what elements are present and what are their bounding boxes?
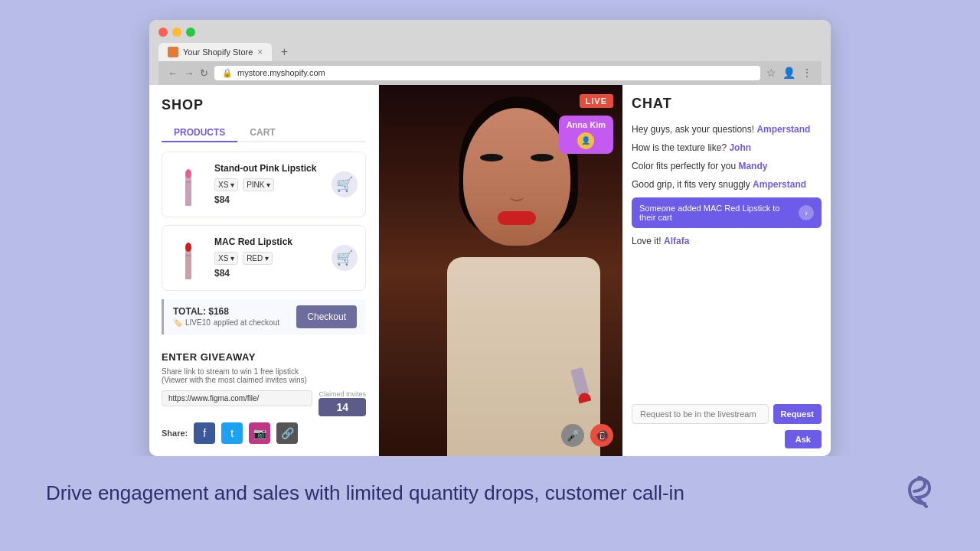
host-name: Anna Kim <box>567 120 606 129</box>
link-icon[interactable]: 🔗 <box>276 422 298 444</box>
svg-rect-7 <box>186 255 191 256</box>
giveaway-desc-text: Share link to stream to win 1 free lipst… <box>162 367 299 376</box>
promo-text: applied at checkout <box>214 318 279 327</box>
giveaway-title: ENTER GIVEAWAY <box>162 351 366 363</box>
url-text: mystore.myshopify.com <box>237 68 325 77</box>
tab-title: Your Shopify Store <box>183 47 253 57</box>
mic-button[interactable]: 🎤 <box>561 424 584 447</box>
bookmark-icon[interactable]: ☆ <box>766 67 776 79</box>
cart-notification: Someone added MAC Red Lipstick to their … <box>632 197 822 228</box>
menu-icon[interactable]: ⋮ <box>802 67 812 79</box>
maximize-button[interactable] <box>186 28 195 37</box>
msg-text-4: Good grip, it fits very snuggly <box>632 179 753 190</box>
checkout-button[interactable]: Checkout <box>296 305 357 328</box>
traffic-lights <box>158 28 822 37</box>
product-image-1 <box>170 160 207 209</box>
size-select-2[interactable]: XS ▾ <box>214 252 238 265</box>
browser-chrome: Your Shopify Store × + ← → ↻ 🔒 mystore.m… <box>149 20 831 85</box>
new-tab-button[interactable]: + <box>275 43 293 61</box>
product-card-2: MAC Red Lipstick XS ▾ RED ▾ $84 🛒 <box>162 225 366 291</box>
total-left: TOTAL: $168 🏷️ LIVE10 applied at checkou… <box>173 306 279 327</box>
chat-message-3: Color fits perfectly for you Mandy <box>632 161 822 171</box>
shop-title: SHOP <box>162 97 366 113</box>
chat-message-4: Good grip, it fits very snuggly Ampersta… <box>632 179 822 190</box>
msg-text-5: Love it! <box>632 236 664 246</box>
address-bar: ← → ↻ 🔒 mystore.myshopify.com ☆ 👤 ⋮ <box>158 61 822 85</box>
tab-favicon <box>168 47 178 57</box>
ask-button[interactable]: Ask <box>785 430 822 448</box>
cart-notif-arrow: › <box>799 205 814 220</box>
back-button[interactable]: ← <box>168 67 178 79</box>
svg-rect-3 <box>186 181 191 183</box>
product-options-1: XS ▾ PINK ▾ <box>214 178 324 191</box>
share-label: Share: <box>162 429 188 438</box>
video-controls: 🎤 📵 <box>561 424 613 447</box>
giveaway-subdesc: (Viewer with the most claimed invites wi… <box>162 376 307 384</box>
lock-icon: 🔒 <box>222 68 233 78</box>
size-select-1[interactable]: XS ▾ <box>214 178 238 191</box>
profile-icon[interactable]: 👤 <box>782 67 795 79</box>
twitter-icon[interactable]: t <box>221 422 243 444</box>
product-card-1: Stand-out Pink Lipstick XS ▾ PINK ▾ $84 … <box>162 152 366 217</box>
video-panel: LIVE Anna Kim 👤 🎤 📵 <box>379 85 622 456</box>
tab-cart[interactable]: CART <box>237 124 287 142</box>
tab-products[interactable]: PRODUCTS <box>162 124 237 142</box>
promo-code: LIVE10 <box>185 318 211 327</box>
giveaway-link-row: Claimed Invites 14 <box>162 390 366 416</box>
shop-panel: SHOP PRODUCTS CART Stand-out Pink Lipsti… <box>149 85 379 456</box>
video-background: LIVE Anna Kim 👤 🎤 📵 <box>379 85 622 456</box>
color-select-1[interactable]: PINK ▾ <box>243 178 274 191</box>
active-tab[interactable]: Your Shopify Store × <box>158 43 272 61</box>
total-amount: $168 <box>208 306 229 317</box>
browser-window: Your Shopify Store × + ← → ↻ 🔒 mystore.m… <box>149 20 831 456</box>
browser-actions: ☆ 👤 ⋮ <box>766 67 812 79</box>
promo-line: 🏷️ LIVE10 applied at checkout <box>173 318 279 327</box>
facebook-icon[interactable]: f <box>194 422 215 444</box>
total-label: TOTAL: <box>173 306 206 317</box>
product-name-1: Stand-out Pink Lipstick <box>214 163 324 174</box>
msg-text-2: How is the texture like? <box>632 142 729 153</box>
giveaway-section: ENTER GIVEAWAY Share link to stream to w… <box>162 351 366 444</box>
color-select-2[interactable]: RED ▾ <box>243 252 273 265</box>
forward-button[interactable]: → <box>184 67 194 79</box>
product-price-1: $84 <box>214 194 324 205</box>
refresh-button[interactable]: ↻ <box>200 67 208 79</box>
minimize-button[interactable] <box>172 28 181 37</box>
msg-user-1: Amperstand <box>756 124 810 135</box>
bottom-bar: Drive engagement and sales with limited … <box>0 456 980 532</box>
close-button[interactable] <box>158 28 168 37</box>
bottom-tagline: Drive engagement and sales with limited … <box>46 481 684 507</box>
cart-notif-text: Someone added MAC Red Lipstick to their … <box>639 204 794 222</box>
request-input[interactable] <box>632 404 769 424</box>
product-name-2: MAC Red Lipstick <box>214 236 324 247</box>
browser-content: SHOP PRODUCTS CART Stand-out Pink Lipsti… <box>149 85 831 456</box>
product-price-2: $84 <box>214 268 324 279</box>
product-options-2: XS ▾ RED ▾ <box>214 252 324 265</box>
giveaway-link-col <box>162 390 312 406</box>
chat-panel: CHAT Hey guys, ask your questions! Amper… <box>622 85 831 456</box>
product-info-2: MAC Red Lipstick XS ▾ RED ▾ $84 <box>214 236 324 279</box>
chat-input-area: Request Ask <box>632 404 822 448</box>
msg-user-4: Amperstand <box>753 179 806 190</box>
url-input[interactable]: 🔒 mystore.myshopify.com <box>214 66 760 80</box>
invites-count: 14 <box>318 398 366 416</box>
chat-message-5: Love it! Alfafa <box>632 236 822 246</box>
bottom-logo <box>903 471 934 517</box>
giveaway-link-input[interactable] <box>162 390 312 406</box>
request-button[interactable]: Request <box>773 404 822 424</box>
msg-user-5: Alfafa <box>664 236 689 246</box>
promo-icon: 🏷️ <box>173 318 182 327</box>
msg-text-3: Color fits perfectly for you <box>632 161 738 171</box>
end-call-button[interactable]: 📵 <box>590 424 613 447</box>
invites-label: Claimed Invites <box>318 390 366 398</box>
giveaway-invites-col: Claimed Invites 14 <box>318 390 366 416</box>
live-badge: LIVE <box>580 94 613 108</box>
browser-tabs: Your Shopify Store × + <box>158 43 822 61</box>
tab-close-button[interactable]: × <box>257 47 263 57</box>
add-to-cart-2[interactable]: 🛒 <box>332 245 358 271</box>
instagram-icon[interactable]: 📷 <box>249 422 270 444</box>
share-row: Share: f t 📷 🔗 <box>162 422 366 444</box>
ask-row: Ask <box>632 430 822 448</box>
add-to-cart-1[interactable]: 🛒 <box>332 171 358 197</box>
svg-point-6 <box>185 243 191 252</box>
